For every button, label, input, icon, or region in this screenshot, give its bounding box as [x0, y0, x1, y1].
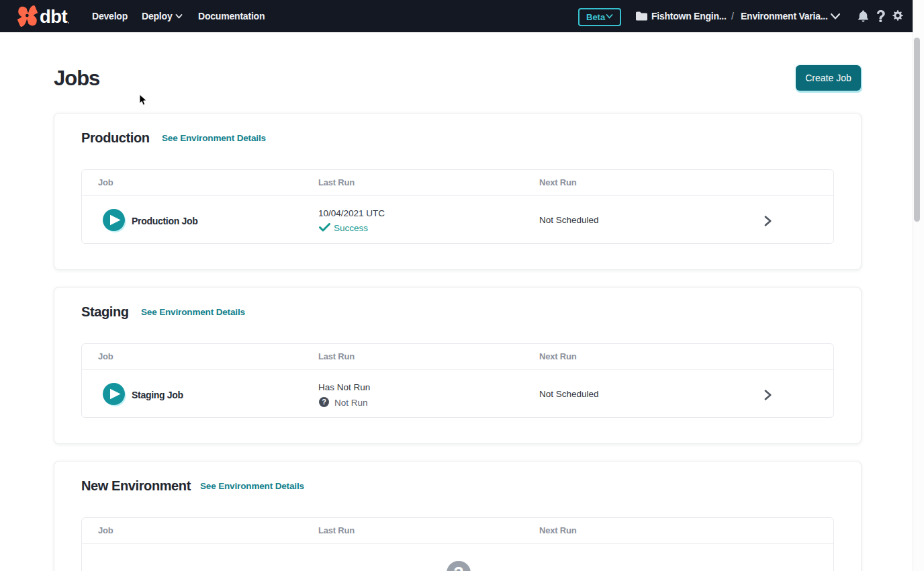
- svg-text:?: ?: [453, 564, 463, 571]
- svg-text:?: ?: [322, 398, 326, 406]
